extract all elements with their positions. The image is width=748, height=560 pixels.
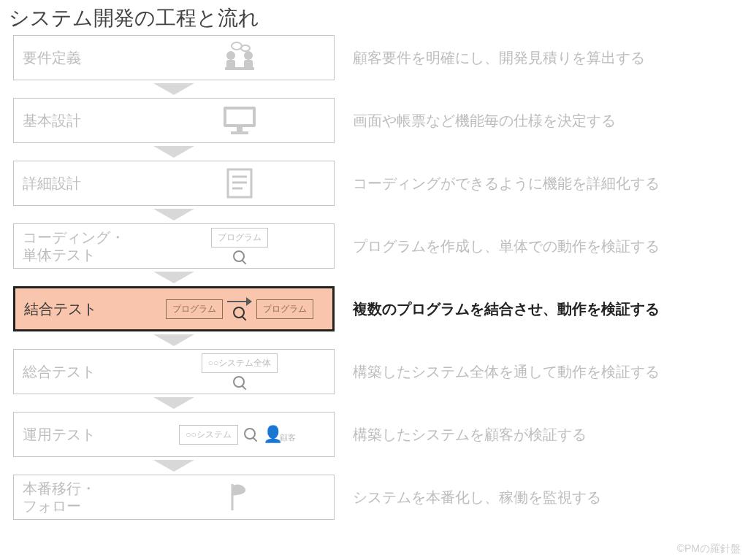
stage-label: 詳細設計 xyxy=(23,174,147,192)
page-title: システム開発の工程と流れ xyxy=(0,0,748,35)
svg-rect-9 xyxy=(237,127,243,131)
stage-iconzone: ○○システム全体 xyxy=(154,353,325,391)
stage-label: 要件定義 xyxy=(23,49,147,66)
customer-label: 顧客 xyxy=(280,432,296,443)
program-box: プログラム xyxy=(211,228,268,248)
stage-desc: 顧客要件を明確にし、開発見積りを算出する xyxy=(353,48,741,68)
stage-card: 詳細設計 xyxy=(13,161,335,206)
chevron-down-icon xyxy=(153,83,194,95)
footer-credit: ©PMの羅針盤 xyxy=(677,542,741,556)
meeting-icon xyxy=(218,41,262,74)
chevron-down-icon xyxy=(153,334,194,346)
stage-card: 総合テスト ○○システム全体 xyxy=(13,349,335,394)
monitor-icon xyxy=(219,104,260,137)
stage-iconzone xyxy=(154,164,325,202)
stage-card: コーディング・ 単体テスト プログラム xyxy=(13,223,335,269)
stage-iconzone: プログラム プログラム xyxy=(156,291,324,326)
system-all-box: ○○システム全体 xyxy=(202,353,278,373)
document-icon xyxy=(224,166,256,200)
flow-arrow-gap xyxy=(13,80,335,98)
stage-iconzone xyxy=(154,478,325,516)
stage-iconzone xyxy=(154,101,325,139)
stage-desc: 画面や帳票など機能毎の仕様を決定する xyxy=(353,111,741,131)
flow-arrow-gap xyxy=(13,143,335,161)
chevron-down-icon xyxy=(153,272,194,283)
program-mag-icon: プログラム xyxy=(211,228,268,265)
stage-desc: 構築したシステム全体を通して動作を検証する xyxy=(353,362,741,382)
stage-label: 基本設計 xyxy=(23,112,147,129)
magnifier-icon xyxy=(232,305,248,321)
stage-card: 要件定義 xyxy=(13,35,335,80)
svg-rect-8 xyxy=(226,110,253,124)
svg-point-2 xyxy=(244,51,253,60)
svg-point-0 xyxy=(226,51,235,60)
flow-arrow-gap xyxy=(13,394,335,412)
stage-row: 詳細設計 コーディングができるように機能を詳細化する xyxy=(13,161,741,206)
stage-row: 基本設計 画面や帳票など機能毎の仕様を決定する xyxy=(13,98,741,143)
magnifier-icon xyxy=(243,426,259,442)
stage-row: コーディング・ 単体テスト プログラム プログラムを作成し、単体での動作を検証す… xyxy=(13,223,741,269)
stage-label: 総合テスト xyxy=(23,363,147,380)
program-box-left: プログラム xyxy=(166,299,223,319)
program-box-right: プログラム xyxy=(256,299,313,319)
svg-point-5 xyxy=(232,42,242,50)
stage-row: 運用テスト ○○システム 👤 顧客 構築したシステムを顧客が検証する xyxy=(13,412,741,457)
stage-row: 要件定義 顧客要件を明確にし、開発見積りを算出する xyxy=(13,35,741,80)
stage-label: 運用テスト xyxy=(23,426,147,443)
chevron-down-icon xyxy=(153,397,194,409)
stage-desc: コーディングができるように機能を詳細化する xyxy=(353,174,741,193)
svg-point-6 xyxy=(241,45,250,51)
stage-row: 本番移行・ フォロー システムを本番化し、稼働を監視する xyxy=(13,475,741,520)
magnifier-icon xyxy=(232,375,248,391)
stage-desc: プログラムを作成し、単体での動作を検証する xyxy=(353,237,741,256)
stage-card: 本番移行・ フォロー xyxy=(13,475,335,520)
stage-iconzone: プログラム xyxy=(154,227,325,265)
flow-arrow-gap xyxy=(13,206,335,223)
stage-card: 基本設計 xyxy=(13,98,335,143)
stage-desc: システムを本番化し、稼働を監視する xyxy=(353,488,741,507)
system-box: ○○システム xyxy=(179,425,238,445)
stage-row: 総合テスト ○○システム全体 構築したシステム全体を通して動作を検証する xyxy=(13,349,741,394)
stage-label: 結合テスト xyxy=(24,300,148,318)
stage-label: コーディング・ 単体テスト xyxy=(23,229,147,264)
stage-desc: 複数のプログラムを結合させ、動作を検証する xyxy=(353,299,741,319)
chevron-down-icon xyxy=(153,460,194,472)
flow-arrow-gap xyxy=(13,269,335,286)
program-link-icon: プログラム プログラム xyxy=(166,296,313,321)
stage-label: 本番移行・ フォロー xyxy=(23,480,147,515)
stages-list: 要件定義 顧客要件を明確にし、開発見積りを算出する 基本設計 画面や帳票など機能… xyxy=(0,35,748,520)
stage-iconzone xyxy=(154,39,325,77)
svg-rect-4 xyxy=(225,67,254,70)
stage-iconzone: ○○システム 👤 顧客 xyxy=(154,415,325,453)
chevron-down-icon xyxy=(153,209,194,220)
stage-desc: 構築したシステムを顧客が検証する xyxy=(353,425,741,445)
magnifier-icon xyxy=(232,249,248,265)
system-customer-icon: ○○システム 👤 顧客 xyxy=(179,425,300,445)
flag-icon xyxy=(225,481,254,513)
flow-arrow-gap xyxy=(13,331,335,349)
stage-card: 運用テスト ○○システム 👤 顧客 xyxy=(13,412,335,457)
chevron-down-icon xyxy=(153,146,194,158)
stage-row: 結合テスト プログラム プログラム 複数のプログラムを結合させ、動作を検証する xyxy=(13,286,741,331)
svg-rect-10 xyxy=(231,131,248,134)
stage-card: 結合テスト プログラム プログラム xyxy=(13,286,335,331)
system-all-icon: ○○システム全体 xyxy=(202,353,278,391)
flow-arrow-gap xyxy=(13,457,335,475)
